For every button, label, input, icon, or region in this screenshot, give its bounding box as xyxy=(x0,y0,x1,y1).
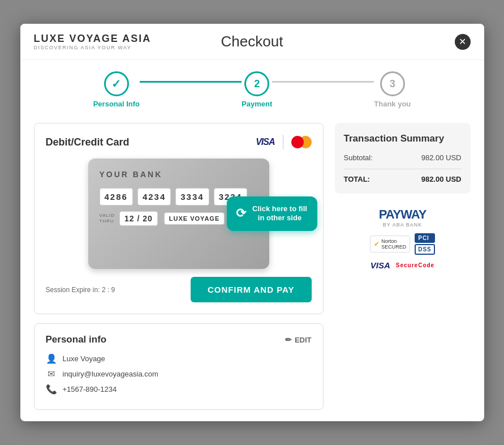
visa-secure-row: VISA SecureCode xyxy=(371,260,434,270)
mc-circle-red xyxy=(291,136,304,148)
subtotal-value: 982.00 USD xyxy=(421,153,462,162)
visa-secure-label: VISA xyxy=(371,260,390,270)
subtotal-label: Subtotal: xyxy=(344,153,373,162)
subtotal-row: Subtotal: 982.00 USD xyxy=(344,153,462,162)
pci-group: PCI DSS xyxy=(415,233,435,255)
security-badges: ✔ NortonSECURED PCI DSS xyxy=(370,233,435,255)
payment-logos-area: PAYWAY BY ABA BANK ✔ NortonSECURED PCI D… xyxy=(335,207,471,270)
person-icon: 👤 xyxy=(46,353,57,364)
personal-info-section: Personal info ✏ EDIT 👤 Luxe Voyage ✉ inq… xyxy=(34,323,324,410)
logo-area: LUXE VOYAGE ASIA DISCOVERING ASIA YOUR W… xyxy=(34,33,152,50)
card-section-header: Debit/Credit Card VISA xyxy=(46,135,312,149)
edit-link[interactable]: ✏ EDIT xyxy=(285,335,312,344)
summary-divider xyxy=(344,169,462,169)
logo-name: LUXE VOYAGE ASIA xyxy=(34,33,152,45)
valid-area: VALIDTHRU 12 / 20 xyxy=(100,211,158,226)
personal-name: Luxe Voyage xyxy=(63,354,105,363)
right-panel: Transaction Summary Subtotal: 982.00 USD… xyxy=(335,123,471,410)
summary-title: Transaction Summary xyxy=(344,133,462,144)
valid-date: 12 / 20 xyxy=(119,211,158,226)
norton-label: NortonSECURED xyxy=(381,238,406,250)
step-label-2: Payment xyxy=(242,100,272,108)
personal-phone: +1567-890-1234 xyxy=(63,385,117,393)
personal-info-header: Personal info ✏ EDIT xyxy=(46,334,312,345)
flip-card-button[interactable]: ⟳Click here to fill in other side xyxy=(227,196,317,232)
main-content: Debit/Credit Card VISA YOUR BANK xyxy=(20,114,484,421)
session-timer: Session Expire in: 2 : 9 xyxy=(46,286,115,294)
close-button[interactable]: ✕ xyxy=(455,34,471,50)
step-line-1 xyxy=(140,81,242,83)
left-panel: Debit/Credit Card VISA YOUR BANK xyxy=(34,123,324,410)
steps-bar: ✓ Personal Info 2 Payment 3 Thank you xyxy=(20,60,484,114)
transaction-summary: Transaction Summary Subtotal: 982.00 USD… xyxy=(335,123,471,194)
pci-label: PCI xyxy=(415,233,435,243)
bank-name: YOUR BANK xyxy=(100,170,258,179)
total-label: TOTAL: xyxy=(344,175,370,183)
step-label-3: Thank you xyxy=(374,100,411,108)
step-line-2 xyxy=(272,81,374,83)
personal-email: inquiry@luxevoyageasia.com xyxy=(63,370,158,378)
card-section-title: Debit/Credit Card xyxy=(46,136,130,148)
total-value: 982.00 USD xyxy=(421,175,462,183)
phone-icon: 📞 xyxy=(46,384,57,395)
logo-divider xyxy=(283,135,283,149)
session-confirm-row: Session Expire in: 2 : 9 CONFIRM AND PAY xyxy=(46,277,312,302)
payway-logo-group: PAYWAY BY ABA BANK xyxy=(379,207,427,228)
logo-sub: DISCOVERING ASIA YOUR WAY xyxy=(34,45,152,50)
cardholder-name: LUXE VOYAGE xyxy=(164,212,225,225)
modal-header: LUXE VOYAGE ASIA DISCOVERING ASIA YOUR W… xyxy=(20,24,484,60)
step-circle-1: ✓ xyxy=(104,71,129,96)
checkout-modal: LUXE VOYAGE ASIA DISCOVERING ASIA YOUR W… xyxy=(20,24,484,421)
card-number-2: 4234 xyxy=(137,188,171,206)
visa-logo-top: VISA xyxy=(256,137,274,147)
card-section: Debit/Credit Card VISA YOUR BANK xyxy=(34,123,324,314)
personal-info-title: Personal info xyxy=(46,334,107,345)
edit-icon: ✏ xyxy=(285,335,292,344)
valid-label: VALIDTHRU xyxy=(100,213,115,224)
step-personal-info: ✓ Personal Info xyxy=(93,71,140,108)
norton-badge: ✔ NortonSECURED xyxy=(370,236,410,253)
secure-code-label: SecureCode xyxy=(396,262,434,268)
email-icon: ✉ xyxy=(46,369,57,379)
total-row: TOTAL: 982.00 USD xyxy=(344,175,462,183)
step-label-1: Personal Info xyxy=(93,100,140,108)
payway-logo: PAYWAY xyxy=(379,207,427,222)
confirm-pay-button[interactable]: CONFIRM AND PAY xyxy=(191,277,312,302)
step-payment: 2 Payment xyxy=(242,71,272,108)
step-thank-you: 3 Thank you xyxy=(374,71,411,108)
flip-icon: ⟳ xyxy=(236,206,246,222)
card-number-3: 3334 xyxy=(175,188,209,206)
dss-label: DSS xyxy=(415,244,435,255)
card-logos: VISA xyxy=(256,135,311,149)
modal-title: Checkout xyxy=(221,33,283,50)
norton-check-icon: ✔ xyxy=(374,240,380,248)
personal-name-row: 👤 Luxe Voyage xyxy=(46,353,312,364)
step-circle-3: 3 xyxy=(380,71,405,96)
credit-card-wrap: YOUR BANK 4286 4234 3334 3234 VALIDTHRU … xyxy=(46,159,312,269)
personal-email-row: ✉ inquiry@luxevoyageasia.com xyxy=(46,369,312,379)
card-number-1: 4286 xyxy=(100,188,133,206)
mastercard-logo xyxy=(291,136,312,148)
step-circle-2: 2 xyxy=(244,71,269,96)
payway-sub: BY ABA BANK xyxy=(379,222,427,228)
personal-phone-row: 📞 +1567-890-1234 xyxy=(46,384,312,395)
edit-label: EDIT xyxy=(295,336,312,344)
